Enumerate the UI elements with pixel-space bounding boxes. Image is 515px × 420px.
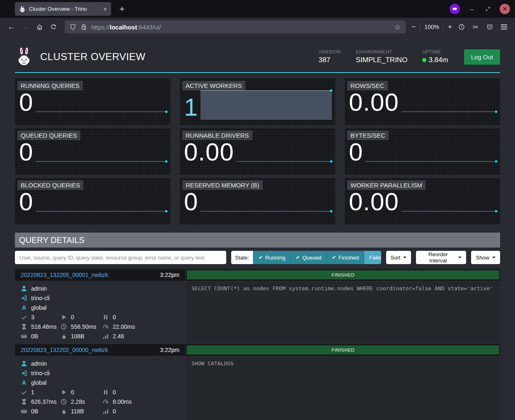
parallelism-value: 2.48 — [113, 333, 124, 340]
sort-dropdown[interactable]: Sort — [386, 251, 411, 264]
query-time: 3:22pm — [160, 272, 179, 278]
trino-logo — [15, 47, 33, 67]
stat-card-value[interactable]: 1 — [184, 95, 198, 120]
history-clock-icon[interactable] — [455, 20, 469, 34]
query-id-cell: 20220823_132205_00001_nwbzk3:22pm — [15, 269, 185, 281]
query-id-link[interactable]: 20220823_132205_00001_nwbzk — [21, 272, 108, 278]
filter-running-button[interactable]: ✔Running — [253, 251, 290, 264]
stat-card-queued-queries: QUEUED QUERIES0 — [15, 128, 170, 175]
query-user: admin — [21, 284, 179, 293]
stat-card-worker-parallelism: WORKER PARALLELISM0.00 — [345, 178, 500, 225]
close-window-button[interactable]: ✕ — [500, 4, 510, 14]
tracking-protection-shield-icon[interactable] — [70, 24, 76, 30]
stat-card-active-workers: ACTIVE WORKERS1 — [180, 78, 335, 125]
source-icon — [21, 370, 27, 376]
stat-current-memory: 0B — [21, 406, 60, 416]
tab-close-icon[interactable]: × — [103, 6, 107, 12]
separator — [443, 23, 444, 31]
minimize-button[interactable]: – — [468, 5, 476, 13]
url-text[interactable]: https://localhost:8443/ui/ — [91, 24, 390, 31]
query-stats-grid: 100626.37ms2.28s8.00ms0B118B0 — [21, 387, 179, 416]
elapsed-time-value: 558.50ms — [71, 323, 96, 330]
check-icon: ✔ — [332, 255, 336, 260]
sparkline-flat — [237, 161, 332, 162]
pocket-icon[interactable] — [483, 20, 497, 34]
tab-title: Cluster Overview - Trino — [29, 6, 100, 12]
home-icon[interactable] — [32, 20, 46, 34]
lock-warning-icon[interactable] — [80, 24, 87, 30]
user-value: admin — [31, 285, 47, 292]
stat-card-bytes-sec: BYTES/SEC0 — [345, 128, 500, 175]
url-bar[interactable]: https://localhost:8443/ui/ ☆ — [65, 20, 406, 34]
filter-failed-dropdown[interactable]: Failed — [364, 251, 381, 264]
query-meta-panel: admintrino-cliAglobal100626.37ms2.28s8.0… — [15, 357, 185, 420]
reorder-interval-dropdown[interactable]: Reorder Interval — [416, 251, 466, 264]
current-memory-value: 0B — [31, 408, 38, 415]
version-label: VERSION — [319, 49, 341, 54]
stat-queued-splits: 0 — [102, 387, 179, 397]
new-tab-button[interactable]: + — [119, 4, 125, 15]
stat-running-splits: 0 — [60, 312, 102, 322]
sparkline-latest-dot — [165, 160, 167, 163]
resource-group-icon: A — [21, 304, 27, 311]
resource-group-value: global — [31, 304, 46, 311]
sparkline-latest-dot — [330, 210, 332, 212]
reload-icon[interactable] — [46, 20, 60, 34]
query-sql-text: SHOW CATALOGS — [186, 357, 500, 420]
stat-card-value: 0 — [19, 90, 33, 115]
queued-splits-icon — [102, 314, 109, 320]
filter-queued-button[interactable]: ✔Queued — [290, 251, 326, 264]
environment-value: SIMPLE_TRINO — [356, 56, 408, 64]
query-source: trino-cli — [21, 293, 179, 303]
zoom-in-button[interactable]: + — [448, 23, 452, 31]
browser-tab[interactable]: Cluster Overview - Trino × — [15, 2, 111, 16]
query-details-header: QUERY DETAILS — [15, 233, 500, 248]
query-meta-panel: admintrino-cliAglobal300518.48ms558.50ms… — [15, 282, 185, 343]
bookmark-star-icon[interactable]: ☆ — [394, 23, 401, 32]
stat-cumulative-memory: 118B — [60, 406, 102, 416]
restore-button[interactable] — [484, 5, 491, 13]
chevron-down-icon — [492, 257, 496, 258]
window-controls: – ✕ — [450, 4, 515, 14]
back-icon[interactable]: ← — [4, 20, 18, 34]
cpu-time-icon — [102, 398, 109, 405]
query-id-link[interactable]: 20220823_132202_00000_nwbzk — [21, 347, 108, 353]
svg-text:A: A — [22, 379, 26, 386]
queued-splits-icon — [102, 389, 109, 396]
zoom-level[interactable]: 100% — [424, 24, 439, 30]
stat-card-running-queries: RUNNING QUERIES0 — [15, 78, 170, 125]
query-id-cell: 20220823_132202_00000_nwbzk3:22pm — [15, 344, 185, 356]
stat-wall-time: 626.37ms — [21, 397, 60, 406]
sparkline-flat — [401, 211, 497, 211]
query-status-cell: FINISHED — [186, 344, 500, 356]
forward-icon[interactable]: → — [18, 20, 32, 34]
stat-card-rows-sec: ROWS/SEC0.00 — [345, 78, 500, 125]
completed-splits-value: 1 — [31, 389, 34, 396]
stat-completed-splits: 3 — [21, 312, 60, 322]
filter-finished-button[interactable]: ✔Finished — [326, 251, 364, 264]
stat-elapsed-time: 558.50ms — [60, 322, 102, 331]
sparkline-latest-dot — [330, 90, 332, 92]
show-dropdown[interactable]: Show — [471, 251, 500, 264]
logout-button[interactable]: Log Out — [464, 49, 500, 65]
cumulative-memory-icon — [60, 408, 67, 415]
trino-favicon — [19, 6, 26, 12]
sparkline-flat — [401, 112, 497, 112]
uptime-label: UPTIME — [422, 49, 448, 54]
query-resource-group: Aglobal — [21, 378, 179, 387]
query-sql-text: SELECT COUNT(*) as nodes FROM system.run… — [186, 282, 500, 343]
separator — [420, 23, 420, 31]
stat-card-title: ACTIVE WORKERS — [182, 81, 245, 90]
menu-hamburger-icon[interactable] — [497, 20, 511, 34]
wall-time-icon — [21, 398, 27, 405]
stat-card-blocked-queries: BLOCKED QUERIES0 — [15, 178, 170, 225]
zoom-out-button[interactable]: − — [411, 23, 416, 31]
query-search-input[interactable] — [15, 251, 226, 264]
stat-wall-time: 518.48ms — [21, 322, 60, 331]
screenshot-scissors-icon[interactable]: ✂ — [469, 20, 483, 34]
query-stats-grid: 300518.48ms558.50ms22.00ms0B108B2.48 — [21, 312, 179, 341]
query-status-badge: FINISHED — [187, 345, 499, 354]
sparkline-flat — [36, 112, 167, 112]
stat-card-value: 0 — [19, 190, 33, 214]
cpu-time-value: 22.00ms — [113, 323, 135, 330]
